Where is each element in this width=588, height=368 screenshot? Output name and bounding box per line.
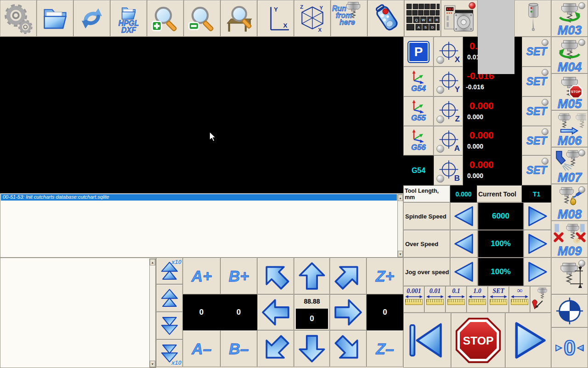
jog-fast-up-button[interactable]: x10 <box>156 258 183 284</box>
zoom-in-button[interactable] <box>147 0 184 37</box>
spindle-stop-icon: STOP <box>555 76 584 98</box>
scroll-down-icon[interactable]: ▼ <box>150 361 155 367</box>
jog-b-plus-button[interactable]: B+ <box>220 258 257 294</box>
step-0001-button[interactable]: 0.001 <box>403 286 424 313</box>
over-speed-up-button[interactable] <box>524 230 551 258</box>
program-scrollbar[interactable]: ▲ ▼ <box>149 259 156 368</box>
jog-x-minus-button[interactable] <box>257 294 294 330</box>
jog-z-plus-button[interactable]: Z+ <box>367 258 403 294</box>
step-001-button[interactable]: 0.01 <box>424 286 446 313</box>
cnc-control-app: { "toolbar": { "hpgl": ["HPGL", "DXF"], … <box>0 0 588 368</box>
view-xy-button[interactable]: Y X <box>257 0 294 37</box>
axis-a-crosshair-button[interactable]: A <box>434 126 463 155</box>
settings-button[interactable] <box>0 0 37 37</box>
zoom-out-button[interactable] <box>184 0 220 37</box>
probe-button[interactable] <box>514 0 551 37</box>
step-infinity-button[interactable]: ∞ <box>509 286 530 313</box>
jog-fast-down-button[interactable]: x10 <box>156 339 183 367</box>
set-b-button[interactable]: SET <box>522 155 551 185</box>
fit-to-table-icon <box>223 3 254 34</box>
jog-x-plus-button[interactable] <box>330 294 367 330</box>
m07-button[interactable]: M07 <box>551 147 588 184</box>
zoom-fit-table-button[interactable] <box>220 0 257 37</box>
stop-button[interactable]: STOP <box>451 313 505 368</box>
jog-down-button[interactable] <box>156 312 183 339</box>
jog-down-right-button[interactable] <box>330 330 367 367</box>
toolpath-viewport[interactable] <box>0 37 403 193</box>
zoom-in-icon <box>150 3 181 34</box>
keyboard-button[interactable]: Q W E R A S D <box>404 0 441 37</box>
open-file-button[interactable] <box>37 0 74 37</box>
set-y-button[interactable]: SET <box>522 67 551 97</box>
set-z-button[interactable]: SET <box>522 97 551 126</box>
step-10-button[interactable]: 1.0 <box>467 286 488 313</box>
pendant-button[interactable] <box>368 0 404 37</box>
jog-up-left-button[interactable] <box>257 258 294 294</box>
jog-a-minus-button[interactable]: A– <box>183 330 220 367</box>
m05-button[interactable]: STOP M05 <box>551 74 588 110</box>
step-label: 0.1 <box>452 288 460 294</box>
jog-down-left-button[interactable] <box>257 330 294 367</box>
run-from-here-button[interactable]: Run from here <box>331 0 368 37</box>
key-s: S <box>424 25 427 29</box>
jog-over-speed-down-button[interactable] <box>450 258 478 286</box>
import-hpgl-dxf-button[interactable]: HPGL DXF <box>110 0 147 37</box>
scroll-up-icon[interactable]: ▲ <box>398 195 403 201</box>
z-machine-value: 0.000 <box>467 113 483 121</box>
xyz-cube-icon: Z Y X <box>297 3 328 34</box>
park-button[interactable]: P <box>403 37 434 67</box>
jog-b-minus-button[interactable]: B– <box>220 330 257 367</box>
jog-z-minus-button[interactable]: Z– <box>367 330 403 367</box>
datum-button[interactable] <box>551 294 588 328</box>
jog-a-plus-button[interactable]: A+ <box>183 258 220 294</box>
axis-y-crosshair-button[interactable]: Y <box>434 67 463 97</box>
tool-length-measure-button[interactable] <box>551 258 588 294</box>
triangle-left-icon <box>453 206 475 227</box>
drivers-button[interactable] <box>441 0 478 37</box>
reload-button[interactable] <box>74 0 110 37</box>
over-speed-display: 100% <box>478 230 524 258</box>
wcs-g55-button[interactable]: G55 <box>403 97 434 126</box>
jog-up-button[interactable] <box>156 284 183 312</box>
m06-button[interactable]: M06 <box>551 110 588 147</box>
jog-over-speed-label: Jog over speed <box>404 269 449 276</box>
m09-button[interactable]: M09 <box>551 221 588 258</box>
set-x-button[interactable]: SET <box>522 37 551 67</box>
over-speed-down-button[interactable] <box>450 230 478 258</box>
wcs-g54-button[interactable]: G54 <box>403 67 434 97</box>
scroll-up-icon[interactable]: ▲ <box>150 259 155 265</box>
step-set-button[interactable]: SET <box>488 286 509 313</box>
spindle-speed-label: Spindle Speed <box>404 213 447 220</box>
start-button[interactable] <box>505 313 551 368</box>
m08-button[interactable]: M08 <box>551 184 588 221</box>
key-w: W <box>422 18 425 22</box>
jog-y-plus-button[interactable] <box>294 258 330 294</box>
axis-z-crosshair-button[interactable]: Z <box>434 97 463 126</box>
spindle-speed-up-button[interactable] <box>524 202 551 230</box>
double-chevron-down-icon <box>160 315 179 336</box>
jog-up-right-button[interactable] <box>330 258 367 294</box>
goto-zero-button[interactable]: 0 <box>551 328 588 368</box>
axis-x-crosshair-button[interactable]: X <box>434 37 463 67</box>
scroll-down-icon[interactable]: ▼ <box>398 251 403 257</box>
jog-y-minus-button[interactable] <box>294 330 330 367</box>
axis-b-crosshair-button[interactable]: B <box>434 155 463 185</box>
double-arrow-icon <box>469 294 486 299</box>
spindle-speed-down-button[interactable] <box>450 202 478 230</box>
program-list-pane[interactable]: ▲ ▼ <box>0 258 156 368</box>
log-scrollbar[interactable]: ▲ ▼ <box>397 194 403 258</box>
set-a-button[interactable]: SET <box>522 126 551 155</box>
double-arrow-icon <box>511 294 528 299</box>
move-tool-to-position-button[interactable] <box>530 286 551 313</box>
m04-button[interactable]: M04 <box>551 37 588 74</box>
run-from-start-button[interactable] <box>403 313 451 368</box>
a-position-value: 0 <box>183 308 220 317</box>
jog-over-speed-up-button[interactable] <box>524 258 551 286</box>
current-tool-value: T1 <box>533 190 540 198</box>
view-3d-button[interactable]: Z Y X <box>294 0 331 37</box>
wcs-g56-button[interactable]: G56 <box>403 126 434 155</box>
m03-button[interactable]: M03 <box>551 0 588 37</box>
double-arrow-icon <box>447 294 465 299</box>
log-entry-selected[interactable]: 00-51-53: Init cutcharts database:cutcha… <box>1 194 397 201</box>
step-01-button[interactable]: 0.1 <box>446 286 467 313</box>
